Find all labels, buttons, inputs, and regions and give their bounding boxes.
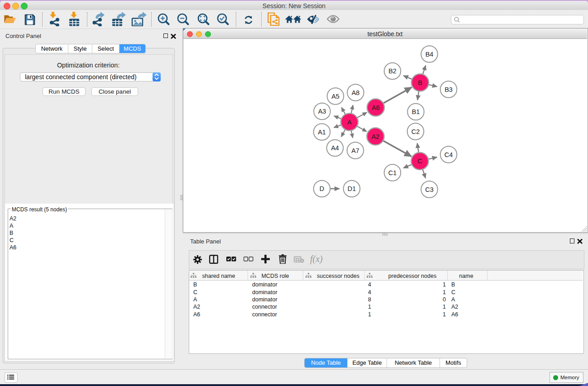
svg-text:A4: A4 <box>331 144 339 152</box>
svg-text:C: C <box>417 157 422 165</box>
svg-text:C1: C1 <box>388 169 397 176</box>
svg-text:A1: A1 <box>318 129 326 136</box>
svg-text:B: B <box>418 79 422 86</box>
svg-text:A: A <box>347 119 352 126</box>
svg-text:D: D <box>319 185 324 192</box>
svg-text:B4: B4 <box>425 51 433 58</box>
svg-text:B2: B2 <box>388 67 397 75</box>
svg-text:C4: C4 <box>444 151 453 158</box>
svg-text:A5: A5 <box>331 93 339 100</box>
svg-text:C2: C2 <box>411 128 420 135</box>
svg-text:C3: C3 <box>425 186 434 193</box>
svg-text:B3: B3 <box>445 86 453 93</box>
svg-text:D1: D1 <box>347 185 356 192</box>
svg-text:A8: A8 <box>351 89 359 96</box>
svg-text:A7: A7 <box>351 147 359 154</box>
svg-text:A2: A2 <box>371 133 379 140</box>
svg-text:A3: A3 <box>318 108 326 115</box>
svg-text:A6: A6 <box>372 104 380 111</box>
svg-text:B1: B1 <box>411 108 420 115</box>
